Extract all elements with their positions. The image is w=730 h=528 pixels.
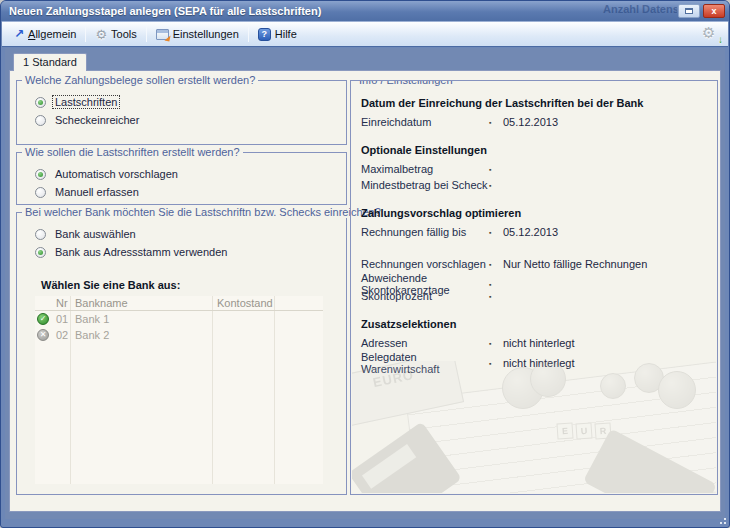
radio-label: Automatisch vorschlagen <box>53 168 180 180</box>
euro-money-watermark-image: EURO EUR <box>352 361 716 493</box>
toolbar-separator <box>146 26 147 42</box>
radio-option-bank-ausw-hlen[interactable]: Bank auswählen <box>35 225 338 243</box>
green-arrow-icon: ↓ <box>718 34 723 45</box>
info-row-belegdaten-warenwirtschaft: Belegdaten Warenwirtschaft▪nicht hinterl… <box>361 351 707 367</box>
resize-grip[interactable] <box>718 516 727 525</box>
bank-table: NrBanknameKontostand €✓01Bank 1✕02Bank 2 <box>35 296 323 484</box>
arrow-up-right-icon: ↗ <box>14 28 24 40</box>
radio-unselected[interactable] <box>35 187 46 198</box>
window-controls: x <box>678 4 725 18</box>
section-heading: Datum der Einreichung der Lastschriften … <box>361 97 707 109</box>
bullet-separator-icon: ▪ <box>489 293 503 300</box>
info-value: 05.12.2013 <box>503 226 707 238</box>
group-zahlungsbelege-options: LastschriftenScheckeinreicher <box>25 93 338 129</box>
toolbar-button-einstellungen[interactable]: Einstellungen <box>150 26 245 42</box>
letter-tile: R <box>594 422 611 439</box>
group-erstellart-options: Automatisch vorschlagenManuell erfassen <box>25 165 338 201</box>
info-row-mindestbetrag-bei-scheck: Mindestbetrag bei Scheck▪ <box>361 177 707 193</box>
info-row-maximalbetrag: Maximalbetrag▪ <box>361 161 707 177</box>
gear-icon: ⚙ <box>702 24 715 41</box>
check-icon: ✓ <box>37 313 49 325</box>
radio-selected[interactable] <box>35 247 46 258</box>
radio-label: Bank aus Adressstamm verwenden <box>53 246 229 258</box>
bullet-separator-icon: ▪ <box>489 119 503 126</box>
table-row[interactable]: ✓01Bank 1 <box>35 311 323 327</box>
column-header: Nr <box>51 297 70 309</box>
info-row-rechnungen-f-llig-bis: Rechnungen fällig bis▪05.12.2013 <box>361 224 707 240</box>
bullet-separator-icon: ▪ <box>489 340 503 347</box>
export-button[interactable]: ⚙ ↓ <box>702 25 722 43</box>
tab-standard[interactable]: 1 Standard <box>13 53 87 71</box>
info-value: nicht hinterlegt <box>503 337 707 349</box>
info-value: Nur Netto fällige Rechnungen <box>503 258 707 270</box>
radio-label: Scheckeinreicher <box>53 114 141 126</box>
calculator-graphic <box>352 422 462 493</box>
bullet-separator-icon: ▪ <box>489 261 503 268</box>
radio-label: Lastschriften <box>53 96 119 108</box>
toolbar-button-hilfe[interactable]: ?Hilfe <box>252 26 303 43</box>
titlebar[interactable]: Neuen Zahlungsstapel anlegen (SEPA für a… <box>1 1 729 21</box>
letter-tile: E <box>556 422 573 439</box>
application-window: Neuen Zahlungsstapel anlegen (SEPA für a… <box>0 0 730 528</box>
window-title: Neuen Zahlungsstapel anlegen (SEPA für a… <box>9 5 321 17</box>
bullet-separator-icon: ▪ <box>489 166 503 173</box>
radio-unselected[interactable] <box>35 115 46 126</box>
restore-icon <box>685 8 693 14</box>
radio-option-scheckeinreicher[interactable]: Scheckeinreicher <box>35 111 338 129</box>
info-value: 05.12.2013 <box>503 116 707 128</box>
toolbar-button-allgemein[interactable]: ↗Allgemein <box>8 26 82 42</box>
group-bankauswahl-options: Bank auswählenBank aus Adressstamm verwe… <box>25 225 338 261</box>
radio-unselected[interactable] <box>35 229 46 240</box>
info-label: Belegdaten Warenwirtschaft <box>361 351 489 375</box>
help-icon: ? <box>258 28 271 41</box>
settings-window-icon <box>156 29 169 40</box>
info-value: nicht hinterlegt <box>503 357 707 369</box>
section-heading: Optionale Einstellungen <box>361 144 707 156</box>
radio-label: Manuell erfassen <box>53 186 141 198</box>
coin-icon <box>502 367 544 409</box>
info-row-einreichdatum: Einreichdatum▪05.12.2013 <box>361 114 707 130</box>
tab-page: Welche Zahlungsbelege sollen erstellt we… <box>9 70 721 512</box>
bank-table-header: NrBanknameKontostand € <box>35 296 323 311</box>
group-bankauswahl: Bei welcher Bank möchten Sie die Lastsch… <box>16 212 347 495</box>
coin-icon <box>658 371 696 409</box>
info-label: Maximalbetrag <box>361 163 489 175</box>
toolbar-separator <box>248 26 249 42</box>
info-panel-legend: Info / Einstellungen <box>356 80 456 86</box>
radio-option-manuell-erfassen[interactable]: Manuell erfassen <box>35 183 338 201</box>
radio-selected[interactable] <box>35 97 46 108</box>
radio-selected[interactable] <box>35 169 46 180</box>
card-graphic <box>583 428 716 493</box>
group-bankauswahl-legend: Bei welcher Bank möchten Sie die Lastsch… <box>22 206 384 218</box>
left-column: Welche Zahlungsbelege sollen erstellt we… <box>16 80 347 502</box>
gears-icon: ⚙ <box>95 28 107 41</box>
radio-option-lastschriften[interactable]: Lastschriften <box>35 93 338 111</box>
window-content: 1 Standard Welche Zahlungsbelege sollen … <box>5 48 725 519</box>
bullet-separator-icon: ▪ <box>489 281 503 288</box>
tab-strip: 1 Standard <box>9 52 721 71</box>
radio-label: Bank auswählen <box>53 228 138 240</box>
info-panel: Info / Einstellungen Datum der Einreichu… <box>350 80 718 495</box>
group-zahlungsbelege-legend: Welche Zahlungsbelege sollen erstellt we… <box>22 74 258 86</box>
toolbar-items: ↗Allgemein⚙ToolsEinstellungen?Hilfe <box>8 26 303 43</box>
restore-button[interactable] <box>678 4 700 18</box>
info-row-skontoprozent: Skontoprozent▪ <box>361 288 707 304</box>
radio-option-bank-aus-adressstamm-verwenden[interactable]: Bank aus Adressstamm verwenden <box>35 243 338 261</box>
coin-icon <box>600 373 626 399</box>
bullet-separator-icon: ▪ <box>489 182 503 189</box>
toolbar-button-tools[interactable]: ⚙Tools <box>89 26 142 43</box>
info-sections: Datum der Einreichung der Lastschriften … <box>361 97 707 367</box>
status-cell: ✕ <box>35 329 51 341</box>
letter-tile: U <box>575 422 592 439</box>
close-button[interactable]: x <box>703 4 725 18</box>
info-row-adressen: Adressen▪nicht hinterlegt <box>361 335 707 351</box>
bullet-separator-icon: ▪ <box>489 360 503 367</box>
column-header: Bankname <box>70 297 212 309</box>
group-erstellart: Wie sollen die Lastschriften erstellt we… <box>16 152 347 205</box>
radio-option-automatisch-vorschlagen[interactable]: Automatisch vorschlagen <box>35 165 338 183</box>
table-row[interactable]: ✕02Bank 2 <box>35 327 323 343</box>
close-icon: x <box>711 7 716 16</box>
toolbar-separator <box>85 26 86 42</box>
info-label: Rechnungen vorschlagen <box>361 258 489 270</box>
info-row-rechnungen-vorschlagen: Rechnungen vorschlagen▪Nur Netto fällige… <box>361 256 707 272</box>
